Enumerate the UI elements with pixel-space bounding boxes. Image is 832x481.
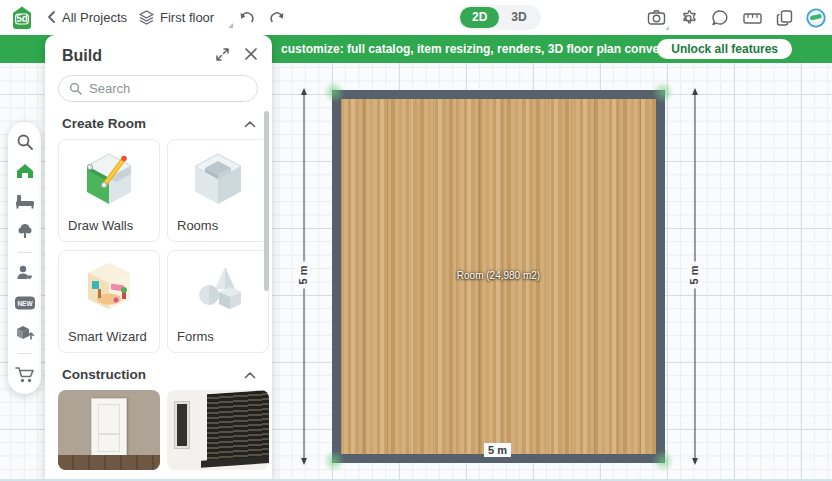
toolbar-right-icons xyxy=(646,0,826,35)
panel-scrollbar[interactable] xyxy=(264,111,269,291)
planner-app: 5 m Room (24,980 m2) 5 m 5 m xyxy=(0,0,832,481)
room-corner-handle[interactable] xyxy=(652,450,674,472)
draw-walls-icon xyxy=(59,146,159,212)
layers-icon[interactable] xyxy=(138,10,155,30)
view-mode-toggle[interactable]: 2D 3D xyxy=(458,5,541,30)
dimension-label-left: 5 m xyxy=(296,262,310,289)
floor-selector[interactable]: First floor xyxy=(160,10,214,25)
room-corner-handle[interactable] xyxy=(323,81,345,103)
tool-card-draw-walls[interactable]: Draw Walls xyxy=(58,139,160,242)
back-chevron-icon[interactable] xyxy=(45,9,59,29)
furniture-icon[interactable] xyxy=(14,190,36,212)
undo-button[interactable] xyxy=(238,9,256,30)
new-badge-icon[interactable]: NEW xyxy=(14,292,36,314)
catalog-search-box[interactable] xyxy=(58,75,258,102)
catalog-card-doors[interactable]: Doors xyxy=(58,390,160,481)
svg-text:NEW: NEW xyxy=(17,300,33,307)
rooms-icon xyxy=(168,146,268,212)
build-panel-header: Build xyxy=(45,35,272,69)
svg-text:5d: 5d xyxy=(16,13,28,24)
chevron-up-icon[interactable] xyxy=(244,120,256,128)
all-projects-link[interactable]: All Projects xyxy=(62,10,127,25)
toggle-3d[interactable]: 3D xyxy=(499,7,538,28)
room-corner-handle[interactable] xyxy=(323,450,345,472)
section-create-room[interactable]: Create Room xyxy=(45,116,272,131)
cart-icon[interactable] xyxy=(14,364,36,386)
catalog-tool-rail: NEW xyxy=(8,122,41,394)
room-area-label: Room (24,980 m2) xyxy=(332,270,665,281)
dimension-label-bottom: 5 m xyxy=(484,443,511,457)
camera-dropdown-mark xyxy=(665,26,669,30)
gear-icon[interactable] xyxy=(678,8,698,28)
room-corner-handle[interactable] xyxy=(652,81,674,103)
chat-icon[interactable] xyxy=(710,8,730,28)
top-toolbar: 5d All Projects First floor xyxy=(0,0,832,35)
copy-icon[interactable] xyxy=(774,8,794,28)
planner5d-logo[interactable]: 5d xyxy=(10,5,34,30)
section-construction[interactable]: Construction xyxy=(45,367,272,382)
chevron-up-icon[interactable] xyxy=(244,371,256,379)
catalog-card-windows[interactable]: Windows xyxy=(167,390,269,481)
unlock-all-features-button[interactable]: Unlock all features xyxy=(657,39,792,59)
close-panel-icon[interactable] xyxy=(244,47,258,65)
search-input[interactable] xyxy=(89,81,239,96)
smart-wizard-icon xyxy=(59,257,159,323)
dimension-label-right: 5 m xyxy=(687,262,701,289)
build-panel: Build Create Room xyxy=(45,35,272,481)
redo-button[interactable] xyxy=(268,9,286,30)
floor-selector-dropdown-mark xyxy=(228,23,233,28)
rail-divider xyxy=(18,252,32,253)
doors-photo xyxy=(58,390,160,470)
search-icon[interactable] xyxy=(14,131,36,153)
tool-card-forms[interactable]: Forms xyxy=(167,250,269,353)
camera-icon[interactable] xyxy=(646,8,666,28)
home-icon[interactable] xyxy=(14,161,36,183)
search-input-icon xyxy=(69,82,82,95)
plants-icon[interactable] xyxy=(14,220,36,242)
favorites-icon[interactable] xyxy=(14,262,36,284)
avatar[interactable] xyxy=(806,8,826,28)
tool-card-smart-wizard[interactable]: Smart Wizard xyxy=(58,250,160,353)
ruler-icon[interactable] xyxy=(742,8,762,28)
room[interactable]: Room (24,980 m2) xyxy=(332,90,665,463)
objects-icon[interactable] xyxy=(14,322,36,344)
expand-panel-icon[interactable] xyxy=(215,47,230,66)
tool-card-rooms[interactable]: Rooms xyxy=(167,139,269,242)
windows-photo xyxy=(167,390,269,470)
rail-divider xyxy=(18,353,32,354)
panel-title: Build xyxy=(62,47,102,64)
toggle-2d[interactable]: 2D xyxy=(460,7,499,28)
forms-icon xyxy=(168,257,268,323)
